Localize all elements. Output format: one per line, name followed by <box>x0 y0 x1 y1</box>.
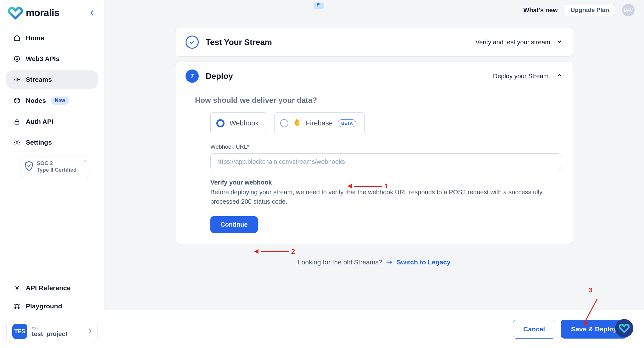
delivery-option-webhook[interactable]: Webhook <box>210 112 267 134</box>
soc-text: SOC 2Type II Certified <box>37 160 76 174</box>
nav-settings[interactable]: Settings <box>6 133 98 152</box>
streams-icon <box>13 76 21 83</box>
nav-authapi[interactable]: Auth API <box>6 113 98 131</box>
nav-streams[interactable]: Streams <box>6 70 98 89</box>
check-circle-icon <box>186 36 199 49</box>
sidebar: moralis Home 3 Web3 APIs Streams Nodes <box>0 0 104 348</box>
card-subtitle: Verify and test your stream <box>475 39 550 46</box>
avatar[interactable]: DAV <box>622 4 635 16</box>
project-selector[interactable]: TES xxx test_project <box>6 320 98 343</box>
help-fab[interactable] <box>615 319 633 337</box>
card-expand-toggle[interactable]: Verify and test your stream <box>475 38 563 47</box>
chevron-right-icon <box>88 328 92 335</box>
section-heading: How should we deliver your data? <box>195 90 561 112</box>
continue-button[interactable]: Continue <box>210 216 258 233</box>
card-title: Test Your Stream <box>206 37 272 47</box>
field-label: Webhook URL* <box>210 144 561 150</box>
playground-icon <box>13 302 21 310</box>
new-badge: New <box>51 97 69 105</box>
nav-label: Playground <box>26 302 62 310</box>
whats-new-link[interactable]: What's new <box>523 7 558 14</box>
nav-home[interactable]: Home <box>6 29 98 47</box>
nav-nodes[interactable]: Nodes New <box>6 91 98 110</box>
legacy-row: Looking for the old Streams? Switch to L… <box>114 249 635 270</box>
test-stream-card: Test Your Stream Verify and test your st… <box>175 28 573 57</box>
gear-icon <box>13 139 21 146</box>
footer: Cancel Save & Deploy <box>104 310 644 348</box>
svg-point-6 <box>18 304 19 305</box>
nav-api-reference[interactable]: API Reference <box>6 279 98 297</box>
svg-rect-2 <box>15 121 19 124</box>
api-icon: 3 <box>13 55 21 63</box>
legacy-text: Looking for the old Streams? <box>298 258 382 266</box>
external-link-icon <box>82 159 87 165</box>
nodes-icon <box>13 97 21 104</box>
gear-outline-icon <box>13 284 21 292</box>
bottom-nav: API Reference Playground <box>0 279 104 315</box>
svg-point-7 <box>15 307 16 309</box>
cancel-button[interactable]: Cancel <box>513 320 555 339</box>
nav-playground[interactable]: Playground <box>6 297 98 315</box>
beta-badge: BETA <box>338 119 356 127</box>
radio-label: Webhook <box>230 119 259 127</box>
radio-unselected-icon <box>280 119 288 127</box>
nav-label: Home <box>26 34 44 42</box>
svg-point-5 <box>15 304 16 305</box>
firebase-icon <box>293 118 301 129</box>
webhook-url-input[interactable] <box>210 153 561 170</box>
nav-label: Web3 APIs <box>26 55 59 63</box>
logo[interactable]: moralis <box>8 6 59 19</box>
sidebar-collapse-button[interactable] <box>87 8 97 18</box>
upgrade-plan-button[interactable]: Upgrade Plan <box>565 4 615 16</box>
nav-label: Streams <box>26 76 52 83</box>
home-icon <box>13 34 21 42</box>
main-nav: Home 3 Web3 APIs Streams Nodes New Auth … <box>0 25 104 279</box>
delivery-option-firebase[interactable]: Firebase BETA <box>274 112 365 134</box>
switch-to-legacy-link[interactable]: Switch to Legacy <box>397 258 451 266</box>
project-org: xxx <box>32 325 84 330</box>
radio-selected-icon <box>216 119 225 127</box>
svg-text:3: 3 <box>16 57 18 61</box>
project-name: test_project <box>32 330 84 338</box>
svg-point-4 <box>16 287 18 289</box>
logo-mark-icon <box>8 6 23 19</box>
shield-check-icon <box>24 161 34 173</box>
main: What's new Upgrade Plan DAV Test Your St… <box>104 0 644 348</box>
nav-label: Nodes <box>26 97 46 104</box>
nav-label: Settings <box>26 139 52 146</box>
logo-text: moralis <box>26 7 59 19</box>
verify-heading: Verify your webhook <box>210 179 561 186</box>
verify-description: Before deploying your stream, we need to… <box>210 187 544 206</box>
nav-label: API Reference <box>26 284 70 292</box>
nav-label: Auth API <box>26 118 53 125</box>
radio-label: Firebase <box>306 119 333 127</box>
arrow-right-icon <box>386 258 393 266</box>
card-expand-toggle[interactable]: Deploy your Stream. <box>493 72 563 80</box>
chevron-up-icon <box>556 72 563 80</box>
project-badge: TES <box>12 324 27 339</box>
nav-web3apis[interactable]: 3 Web3 APIs <box>6 50 98 68</box>
pinned-flag-icon[interactable] <box>314 3 324 9</box>
lock-icon <box>13 118 21 125</box>
card-subtitle: Deploy your Stream. <box>493 73 550 80</box>
svg-point-8 <box>18 307 19 309</box>
deploy-card: 7 Deploy Deploy your Stream. How should … <box>175 62 573 244</box>
card-title: Deploy <box>206 71 233 81</box>
step-number-badge: 7 <box>186 69 199 83</box>
chevron-down-icon <box>556 38 563 47</box>
svg-point-3 <box>16 141 18 143</box>
soc2-badge[interactable]: SOC 2Type II Certified <box>20 157 90 177</box>
